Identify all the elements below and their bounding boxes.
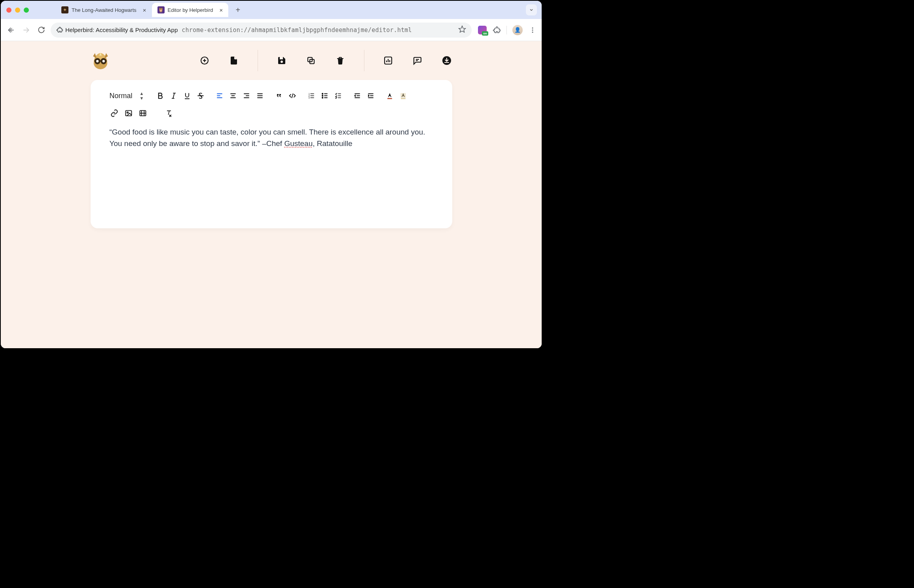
svg-point-4: [532, 27, 533, 28]
link-icon: [110, 109, 118, 117]
extension-icon: [56, 27, 63, 33]
align-right-icon: [243, 92, 250, 100]
align-left-button[interactable]: [215, 91, 224, 101]
tabs-dropdown-button[interactable]: [526, 4, 537, 15]
address-bar[interactable]: Helperbird: Accessibility & Productivity…: [51, 23, 472, 38]
plus-circle-icon: [200, 56, 209, 65]
underline-button[interactable]: [182, 91, 192, 101]
editor-toolbar: Normal ▲▼: [110, 91, 433, 118]
outdent-button[interactable]: [353, 91, 362, 101]
italic-button[interactable]: [169, 91, 178, 101]
kebab-icon: [529, 27, 536, 34]
align-right-button[interactable]: [242, 91, 251, 101]
save-icon: [277, 56, 286, 65]
copy-button[interactable]: [305, 55, 317, 66]
save-button[interactable]: [276, 55, 287, 66]
bold-button[interactable]: [155, 91, 165, 101]
align-justify-button[interactable]: [255, 91, 265, 101]
format-group-inline: [155, 91, 205, 101]
stats-button[interactable]: [383, 55, 394, 66]
trash-icon: [336, 56, 345, 65]
reload-icon: [38, 26, 45, 34]
heading-select[interactable]: Normal ▲▼: [110, 91, 146, 101]
browser-menu-button[interactable]: [528, 26, 537, 34]
video-button[interactable]: [138, 108, 148, 118]
svg-point-72: [127, 112, 128, 113]
download-button[interactable]: [441, 55, 452, 66]
tab-title: The Long-Awaited Hogwarts: [72, 7, 137, 13]
back-button[interactable]: [6, 25, 17, 36]
helperbird-extension-button[interactable]: on: [478, 26, 487, 34]
toolbar-right: on 👤: [478, 25, 537, 35]
svg-point-10: [96, 60, 99, 62]
forward-button[interactable]: [21, 25, 32, 36]
app-header: [91, 41, 452, 80]
svg-rect-71: [125, 110, 131, 116]
svg-rect-68: [388, 98, 393, 99]
image-button[interactable]: [124, 108, 133, 118]
code-icon: [288, 92, 296, 100]
tab-helperbird-editor[interactable]: 🦉 Editor by Helperbird ×: [152, 3, 229, 17]
profile-avatar[interactable]: 👤: [512, 25, 523, 35]
code-block-button[interactable]: [288, 91, 297, 101]
svg-text:3: 3: [309, 97, 310, 99]
helperbird-logo[interactable]: [91, 51, 110, 70]
close-window-button[interactable]: [6, 8, 11, 13]
svg-marker-3: [459, 26, 466, 32]
text-color-icon: [386, 92, 394, 100]
new-document-button[interactable]: [199, 55, 210, 66]
blockquote-button[interactable]: [274, 91, 284, 101]
check-list-button[interactable]: [334, 91, 343, 101]
spellcheck-word[interactable]: Gusteau: [284, 139, 313, 148]
tab-title: Editor by Helperbird: [168, 7, 213, 13]
delete-button[interactable]: [335, 55, 346, 66]
svg-rect-18: [280, 57, 283, 59]
maximize-window-button[interactable]: [24, 8, 29, 13]
indent-button[interactable]: [366, 91, 375, 101]
comment-icon: [413, 56, 422, 65]
new-tab-button[interactable]: +: [232, 6, 243, 15]
highlight-color-button[interactable]: [398, 91, 408, 101]
format-group-align: [215, 91, 265, 101]
ordered-list-icon: 123: [307, 92, 315, 100]
bullet-list-button[interactable]: [320, 91, 330, 101]
align-center-icon: [229, 92, 237, 100]
svg-point-6: [532, 31, 533, 32]
bookmark-star-icon[interactable]: [458, 25, 466, 34]
browser-toolbar: Helperbird: Accessibility & Productivity…: [1, 19, 542, 41]
align-center-button[interactable]: [228, 91, 238, 101]
strike-button[interactable]: [196, 91, 205, 101]
link-button[interactable]: [110, 108, 119, 118]
ordered-list-button[interactable]: 123: [307, 91, 316, 101]
open-file-button[interactable]: [228, 55, 239, 66]
indent-icon: [367, 92, 375, 100]
close-tab-icon[interactable]: ×: [143, 7, 146, 13]
reload-button[interactable]: [36, 25, 47, 36]
svg-line-46: [292, 93, 293, 98]
svg-point-53: [322, 93, 323, 95]
editor-content[interactable]: “Good food is like music you can taste, …: [110, 127, 433, 149]
app-content: Normal ▲▼: [1, 41, 542, 348]
tab-hogwarts[interactable]: ✦ The Long-Awaited Hogwarts ×: [56, 3, 152, 17]
extension-status-badge: on: [482, 31, 488, 36]
window-controls: [6, 8, 29, 13]
format-group-insert: [110, 108, 433, 118]
align-left-icon: [216, 92, 224, 100]
close-tab-icon[interactable]: ×: [219, 7, 223, 13]
extension-chip[interactable]: Helperbird: Accessibility & Productivity…: [56, 27, 178, 33]
separator: [506, 26, 507, 34]
clear-format-button[interactable]: [164, 108, 174, 118]
svg-point-5: [532, 29, 533, 30]
editor-card: Normal ▲▼: [91, 80, 452, 228]
extensions-button[interactable]: [492, 26, 501, 34]
svg-point-19: [281, 61, 283, 63]
tab-favicon: ✦: [61, 6, 68, 13]
puzzle-icon: [493, 26, 501, 34]
bold-icon: [156, 92, 164, 100]
minimize-window-button[interactable]: [15, 8, 20, 13]
editor-text-suffix: , Ratatouille: [313, 139, 352, 148]
download-icon: [442, 56, 451, 65]
comment-button[interactable]: [412, 55, 423, 66]
text-color-button[interactable]: [385, 91, 394, 101]
quote-icon: [275, 92, 283, 100]
